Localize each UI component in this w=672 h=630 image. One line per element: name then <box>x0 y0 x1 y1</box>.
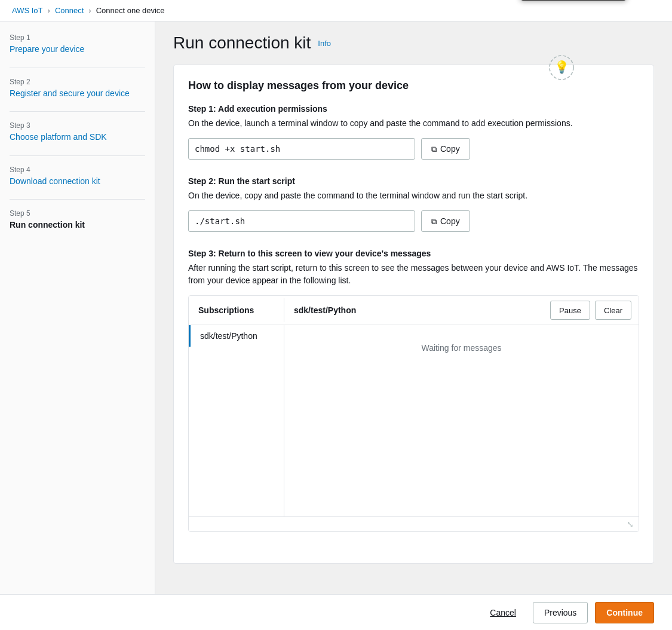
step-1-visual: Copy ./start.sh <box>188 138 639 160</box>
sidebar-step-5-label: Step 5 <box>10 209 145 218</box>
cancel-button[interactable]: Cancel <box>480 602 526 623</box>
svg-point-0 <box>550 56 573 79</box>
resize-icon: ⤡ <box>627 519 634 529</box>
main-card: How to display messages from your device… <box>173 65 654 564</box>
nav-connect[interactable]: Connect <box>55 6 84 15</box>
sidebar-step-3-link[interactable]: Choose platform and SDK <box>10 131 145 143</box>
lamp-icon: 💡 <box>548 54 575 81</box>
waiting-message: Waiting for messages <box>421 343 501 353</box>
sidebar-step-2-link[interactable]: Register and secure your device <box>10 88 145 100</box>
subscriptions-header: Subscriptions sdk/test/Python Pause Clea… <box>189 296 639 325</box>
sidebar-step-4: Step 4 Download connection kit <box>10 166 145 188</box>
sidebar-step-5-link[interactable]: Run connection kit <box>10 219 145 231</box>
step-3-desc: After running the start script, return t… <box>188 262 639 287</box>
step-1-copy-label: Copy <box>440 144 460 154</box>
subscriptions-actions: Pause Clear <box>543 296 639 325</box>
step-1-desc: On the device, launch a terminal window … <box>188 117 639 130</box>
card-header: How to display messages from your device <box>188 79 639 92</box>
sidebar-step-4-label: Step 4 <box>10 166 145 174</box>
subscriptions-list: sdk/test/Python <box>189 325 284 516</box>
footer: Cancel Previous Continue <box>0 594 672 630</box>
step-2-title: Step 2: Run the start script <box>188 176 639 186</box>
step-1-command-row: Copy <box>188 138 639 160</box>
nav-sep-1: › <box>48 6 50 15</box>
subscriptions-topic-header: sdk/test/Python <box>284 298 543 322</box>
clear-button[interactable]: Clear <box>595 301 631 320</box>
step-1-title: Step 1: Add execution permissions <box>188 104 639 114</box>
continue-button[interactable]: Continue <box>595 602 654 623</box>
sidebar-step-1-link[interactable]: Prepare your device <box>10 44 145 56</box>
sidebar-step-2: Step 2 Register and secure your device <box>10 78 145 100</box>
sidebar-step-1-label: Step 1 <box>10 33 145 42</box>
sidebar-step-4-link[interactable]: Download connection kit <box>10 176 145 188</box>
step-1-command-input[interactable] <box>188 138 415 160</box>
step-2-desc: On the device, copy and paste the comman… <box>188 189 639 202</box>
step-2-copy-button[interactable]: Copy <box>421 210 470 232</box>
page-title: Run connection kit <box>173 33 311 53</box>
nav-aws-iot[interactable]: AWS IoT <box>12 6 43 15</box>
sidebar-step-2-label: Step 2 <box>10 78 145 86</box>
main-content: Run connection kit Info How to display m… <box>155 22 672 626</box>
resize-handle[interactable]: ⤡ <box>189 516 639 531</box>
sidebar-step-3: Step 3 Choose platform and SDK <box>10 121 145 143</box>
step-2-section: Step 2: Run the start script On the devi… <box>188 176 639 232</box>
step-2-command-input[interactable] <box>188 210 415 232</box>
subscriptions-body: sdk/test/Python Waiting for messages <box>189 325 639 516</box>
previous-button[interactable]: Previous <box>533 602 588 623</box>
sidebar-step-1: Step 1 Prepare your device <box>10 33 145 56</box>
subscriptions-panel: Subscriptions sdk/test/Python Pause Clea… <box>188 295 639 532</box>
nav-sep-2: › <box>88 6 91 15</box>
step-2-copy-label: Copy <box>440 216 460 226</box>
subscriptions-col-header: Subscriptions <box>189 298 284 322</box>
step-2-command-row: Copy <box>188 210 639 232</box>
step-1-section: Step 1: Add execution permissions On the… <box>188 104 639 160</box>
info-link[interactable]: Info <box>318 39 331 48</box>
page-title-area: Run connection kit Info <box>173 33 654 53</box>
svg-text:💡: 💡 <box>554 60 569 74</box>
sidebar-step-3-label: Step 3 <box>10 121 145 130</box>
step-1-copy-button[interactable]: Copy <box>421 138 470 160</box>
copy-icon-1 <box>431 144 437 154</box>
pause-button[interactable]: Pause <box>550 301 590 320</box>
step-3-section: Step 3: Return to this screen to view yo… <box>188 249 639 532</box>
subscription-item[interactable]: sdk/test/Python <box>189 325 284 347</box>
sidebar-step-5: Step 5 Run connection kit <box>10 209 145 231</box>
step-3-title: Step 3: Return to this screen to view yo… <box>188 249 639 258</box>
subscriptions-messages: Waiting for messages <box>284 325 639 516</box>
sidebar: Step 1 Prepare your device Step 2 Regist… <box>0 22 155 626</box>
breadcrumb: AWS IoT › Connect › Connect one device <box>0 0 672 22</box>
copy-icon-2 <box>431 216 437 227</box>
nav-current: Connect one device <box>96 6 165 15</box>
